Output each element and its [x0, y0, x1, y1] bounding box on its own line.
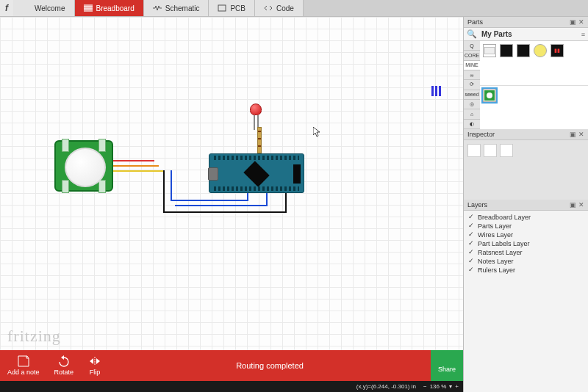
arduino-nano[interactable]	[209, 153, 304, 193]
tab-schematic[interactable]: Schematic	[144, 0, 209, 16]
flip-button[interactable]: Flip	[81, 353, 109, 378]
layer-row[interactable]: Part Labels Layer	[468, 239, 584, 248]
rotate-button[interactable]: Rotate	[47, 353, 82, 378]
wire-blue[interactable]	[171, 170, 172, 201]
wire-black[interactable]	[163, 211, 287, 213]
parts-vtab-mine[interactable]: MINE	[464, 61, 480, 70]
parts-vtab-arduino[interactable]: ∞	[464, 70, 480, 80]
layer-row[interactable]: Ratsnest Layer	[468, 248, 584, 257]
parts-panel-header[interactable]: Parts ▣ ✕	[464, 17, 588, 28]
svg-rect-7	[484, 47, 495, 54]
part-ic-2[interactable]	[517, 44, 530, 57]
wire-blue[interactable]	[175, 205, 268, 206]
tab-welcome[interactable]: Welcome	[13, 0, 75, 16]
wire-yellow[interactable]	[113, 170, 163, 172]
bottom-toolbar: Add a note Rotate Flip Routing completed	[0, 350, 463, 381]
zoom-value: 136 %	[430, 383, 447, 390]
zoom-dropdown-icon[interactable]: ▾	[449, 383, 452, 390]
inspector-panel-header[interactable]: Inspector ▣ ✕	[464, 129, 588, 140]
inspector-view-3[interactable]	[500, 144, 513, 157]
canvas-marker	[431, 86, 441, 96]
check-icon	[468, 241, 475, 247]
inspector-view-1[interactable]	[467, 144, 481, 157]
check-icon	[468, 223, 475, 230]
panel-controls-icon[interactable]: ▣ ✕	[570, 201, 584, 208]
svg-rect-0	[84, 4, 93, 12]
routing-status: Routing completed	[109, 361, 431, 370]
layer-row[interactable]: Breadboard Layer	[468, 213, 584, 222]
parts-vtab-8[interactable]: ◐	[464, 120, 480, 129]
layer-label: Parts Layer	[478, 222, 512, 230]
status-bar: (x,y)=(6.244, -0.301) in − 136 % ▾ +	[0, 381, 463, 392]
part-pir-sensor[interactable]	[483, 89, 496, 102]
part-ic[interactable]	[500, 44, 513, 57]
parts-vtab-seeed[interactable]: seeed	[464, 90, 480, 100]
tab-pcb[interactable]: PCB	[209, 0, 255, 16]
check-icon	[468, 214, 475, 221]
layer-row[interactable]: Wires Layer	[468, 231, 584, 239]
button-label: Share	[438, 366, 456, 373]
core-parts-grid: ▮▮	[480, 41, 588, 86]
coordinates-readout: (x,y)=(6.244, -0.301) in	[356, 383, 416, 390]
panel-controls-icon[interactable]: ▣ ✕	[570, 18, 584, 26]
breadboard-canvas[interactable]: fritzing	[0, 17, 463, 350]
layers-panel-header[interactable]: Layers ▣ ✕	[464, 200, 588, 211]
tab-label: Code	[276, 4, 294, 12]
parts-vtab-7[interactable]: ⌂	[464, 109, 480, 119]
home-icon	[22, 4, 31, 12]
mine-parts-grid	[480, 86, 588, 130]
pcb-icon	[218, 4, 226, 12]
parts-menu-icon[interactable]: ≡	[581, 31, 585, 38]
check-icon	[468, 258, 475, 265]
tab-label: Breadboard	[96, 4, 135, 12]
search-icon[interactable]: 🔍	[467, 29, 477, 39]
inspector-view-2[interactable]	[484, 144, 497, 157]
resistor[interactable]	[257, 127, 262, 153]
zoom-out-button[interactable]: −	[423, 383, 427, 390]
wire-blue[interactable]	[171, 200, 248, 201]
tab-code[interactable]: Code	[255, 0, 304, 16]
part-display[interactable]: ▮▮	[551, 44, 564, 57]
tab-label: Welcome	[35, 4, 65, 12]
wire-black[interactable]	[163, 170, 165, 213]
wire-orange[interactable]	[113, 165, 159, 167]
svg-rect-3	[218, 5, 226, 11]
wire-blue[interactable]	[266, 193, 268, 206]
parts-bin-title: My Parts	[481, 30, 512, 38]
parts-vtab-6[interactable]: ◎	[464, 100, 480, 109]
parts-vtab-core[interactable]: CORE	[464, 51, 480, 60]
part-breadboard[interactable]	[483, 44, 496, 57]
layer-label: Rulers Layer	[478, 266, 515, 274]
layer-row[interactable]: Rulers Layer	[468, 266, 584, 275]
layer-row[interactable]: Parts Layer	[468, 222, 584, 231]
pir-motion-sensor[interactable]	[54, 140, 113, 192]
breadboard-icon	[84, 4, 93, 12]
app-logo: f	[0, 0, 13, 16]
view-tabs: f Welcome Breadboard Schematic PCB	[0, 0, 588, 17]
button-label: Rotate	[54, 369, 74, 376]
layer-label: Part Labels Layer	[478, 240, 530, 247]
panel-controls-icon[interactable]: ▣ ✕	[570, 131, 584, 138]
layer-row[interactable]: Notes Layer	[468, 257, 584, 266]
wire-red[interactable]	[113, 160, 154, 161]
add-note-button[interactable]: Add a note	[0, 353, 47, 378]
button-label: Flip	[90, 369, 101, 376]
share-button[interactable]: Share	[431, 350, 463, 381]
watermark: fritzing	[7, 327, 61, 346]
cursor-icon	[313, 127, 320, 137]
panel-title: Parts	[467, 18, 483, 26]
parts-vtab-search[interactable]: Q	[464, 41, 480, 51]
flip-icon	[88, 355, 101, 367]
layers-list: Breadboard Layer Parts Layer Wires Layer…	[464, 211, 588, 392]
zoom-in-button[interactable]: +	[455, 383, 459, 390]
wire-black[interactable]	[285, 193, 287, 213]
parts-vtab-4[interactable]: ⟳	[464, 80, 480, 90]
red-led[interactable]	[250, 104, 263, 121]
check-icon	[468, 232, 475, 239]
code-icon	[264, 4, 273, 12]
tab-breadboard[interactable]: Breadboard	[75, 0, 144, 16]
wire-blue[interactable]	[247, 193, 248, 201]
tab-label: PCB	[230, 4, 245, 12]
part-led-yellow[interactable]	[534, 44, 547, 57]
check-icon	[468, 267, 475, 274]
